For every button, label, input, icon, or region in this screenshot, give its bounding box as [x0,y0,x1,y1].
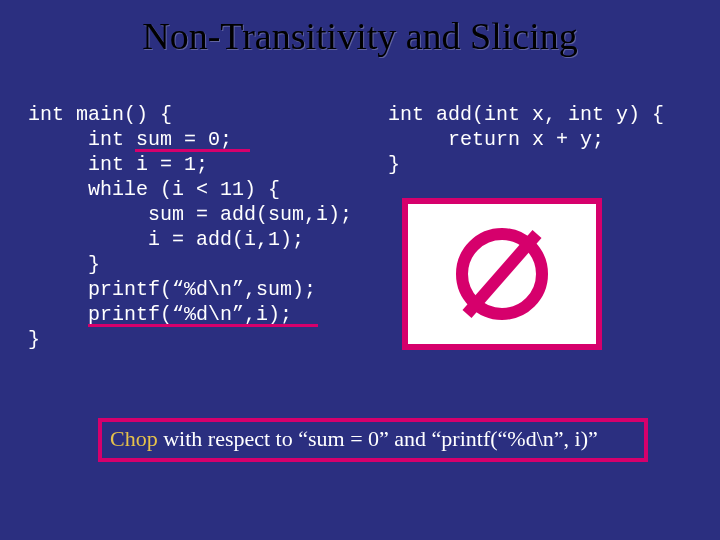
caption-rest: with respect to “sum = 0” and “printf(“%… [158,426,598,451]
code-add: int add(int x, int y) { return x + y; } [388,102,664,177]
caption-lead: Chop [110,426,158,451]
slide-title: Non-Transitivity and Slicing [0,0,720,58]
code-main: int main() { int sum = 0; int i = 1; whi… [28,102,352,352]
empty-set-box [402,198,602,350]
empty-set-icon [442,214,562,334]
underline-sum-eq-0 [135,149,250,152]
chop-caption: Chop with respect to “sum = 0” and “prin… [98,418,648,462]
underline-printf-i [88,324,318,327]
